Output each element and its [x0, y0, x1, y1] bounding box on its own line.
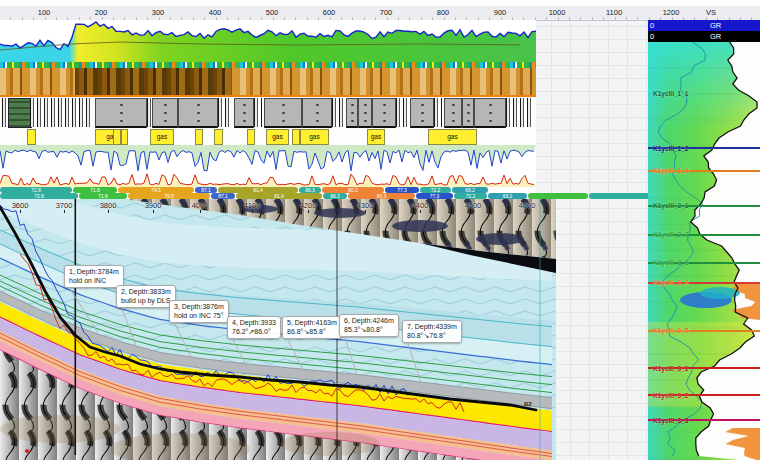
- borehole-image-dark-zone: [75, 68, 231, 95]
- depth-annotation[interactable]: 6, Depth:4246m85.3°↘80.8°: [339, 314, 399, 337]
- lithology-block: [372, 98, 396, 129]
- depth-annotation[interactable]: 7, Depth:4339m80.8°↘76.8°: [402, 320, 462, 343]
- gas-marker: gas: [300, 129, 329, 145]
- gr-curve-svg: [0, 20, 536, 62]
- ruler-label: 500: [259, 8, 285, 17]
- gas-show-track: gasgasgasgasgasgas: [0, 128, 536, 145]
- depth-ruler-label: 3800: [94, 201, 122, 210]
- gas-marker: [195, 129, 203, 145]
- gas-marker: [292, 129, 300, 145]
- ruler-label: 900: [487, 8, 513, 17]
- well-end-label: B2: [524, 401, 532, 407]
- gas-marker: [121, 129, 128, 145]
- depth-ruler-label: 4000: [186, 201, 214, 210]
- vs-ruler: 100200300400500600700800900100011001200V…: [0, 6, 760, 21]
- formation-label: K1ycIII_2_1: [653, 202, 688, 209]
- ruler-label: 600: [316, 8, 342, 17]
- lithology-block: [444, 98, 462, 129]
- depth-annotation[interactable]: 2, Depth:3833mbuild up by DLS: [116, 285, 176, 308]
- ruler-label: 200: [88, 8, 114, 17]
- lithology-bars: [2, 98, 7, 127]
- ruler-label: 100: [31, 8, 57, 17]
- formation-label: K1ycIII_2_3: [653, 259, 688, 266]
- lithology-block: [346, 98, 358, 129]
- lithology-bars: [30, 98, 92, 127]
- depth-annotation[interactable]: 3, Depth:3876mhold on INC 75°: [169, 300, 229, 323]
- gas-marker: [247, 129, 255, 145]
- lithology-block: [264, 98, 302, 129]
- gas-marker: [113, 129, 121, 145]
- gr-curve-name: GR: [710, 20, 721, 31]
- ruler-label: 300: [145, 8, 171, 17]
- lithology-bars: [254, 98, 262, 127]
- lithology-green: [8, 98, 32, 128]
- depth-ruler-label: 4300: [351, 201, 379, 210]
- depth-annotation[interactable]: 1, Depth:3784mhold on INC: [64, 265, 124, 288]
- formation-label: K1ycIII_2_2: [653, 231, 688, 238]
- gas-marker: [27, 129, 36, 145]
- lithology-block: [474, 98, 506, 129]
- depth-ruler-label: 4500: [459, 201, 487, 210]
- gr-correlation-panel: 0 GR 0 GR K1ycIII_1_1K1ycIII_1_2K1ycIII_…: [648, 0, 760, 460]
- depth-ruler-label: 4100: [238, 201, 266, 210]
- formation-label: K1ycIII_2_4: [653, 279, 688, 286]
- lithology-track: [0, 97, 536, 129]
- gr-header-blue[interactable]: 0 GR: [648, 20, 760, 31]
- formation-label: K1ycIII_3_3: [653, 417, 688, 424]
- depth-ruler-label: 3900: [139, 201, 167, 210]
- gr-scale-min: 0: [650, 31, 654, 42]
- formation-label: K1ycIII_1_1: [653, 90, 688, 97]
- formation-label: K1ycIII_1_3: [653, 167, 688, 174]
- gr-header-black[interactable]: 0 GR: [648, 31, 760, 42]
- depth-ruler-label: 3600: [6, 201, 34, 210]
- vertical-marker-line: [540, 199, 541, 460]
- lithology-bars: [434, 98, 442, 127]
- ruler-label: 1100: [601, 8, 627, 17]
- red-curve-track: [0, 172, 536, 187]
- vertical-marker-line: [75, 199, 77, 455]
- lithology-block: [302, 98, 332, 129]
- formation-label: K1ycIII_3_1: [653, 365, 688, 372]
- depth-annotation[interactable]: 5, Depth:4163m86.8°↘85.8°: [282, 316, 342, 339]
- gas-marker: gas: [367, 129, 385, 145]
- gr-curve-name: GR: [710, 31, 721, 42]
- formation-label: K1ycIII_2_5: [653, 327, 688, 334]
- depth-annotation[interactable]: 4, Depth:393376.2°↗86.0°: [227, 316, 281, 339]
- gas-marker: gas: [428, 129, 477, 145]
- formation-label: K1ycIII_1_2: [653, 145, 688, 152]
- ruler-label: 800: [430, 8, 456, 17]
- lithology-bars: [218, 98, 232, 127]
- lithology-block: [178, 98, 218, 129]
- gas-marker: [214, 129, 223, 145]
- ruler-label: 700: [373, 8, 399, 17]
- gas-marker: gas: [266, 129, 289, 145]
- lithology-block: [95, 98, 147, 129]
- depth-ruler-label: 4200: [294, 201, 322, 210]
- depth-ruler-label: 4400: [406, 201, 434, 210]
- lithology-block: [358, 98, 372, 129]
- lithology-block: [462, 98, 474, 129]
- gas-marker: gas: [150, 129, 174, 145]
- depth-ruler-label: 4600: [513, 201, 541, 210]
- lithology-bars: [147, 98, 151, 127]
- gr-track: [0, 20, 536, 62]
- blue-curve-track: [0, 145, 536, 172]
- depth-ruler-label: 3700: [50, 201, 78, 210]
- gr-scale-min: 0: [650, 20, 654, 31]
- lithology-bars: [396, 98, 408, 127]
- lithology-block: [152, 98, 178, 129]
- marker-dot: [25, 449, 29, 453]
- lithology-block: [234, 98, 254, 129]
- formation-label: K1ycIII_3_2: [653, 392, 688, 399]
- ruler-label: 1000: [544, 8, 570, 17]
- lithology-bars: [506, 98, 534, 127]
- ruler-label: 400: [202, 8, 228, 17]
- lithology-bars: [332, 98, 344, 127]
- lithology-block: [410, 98, 434, 129]
